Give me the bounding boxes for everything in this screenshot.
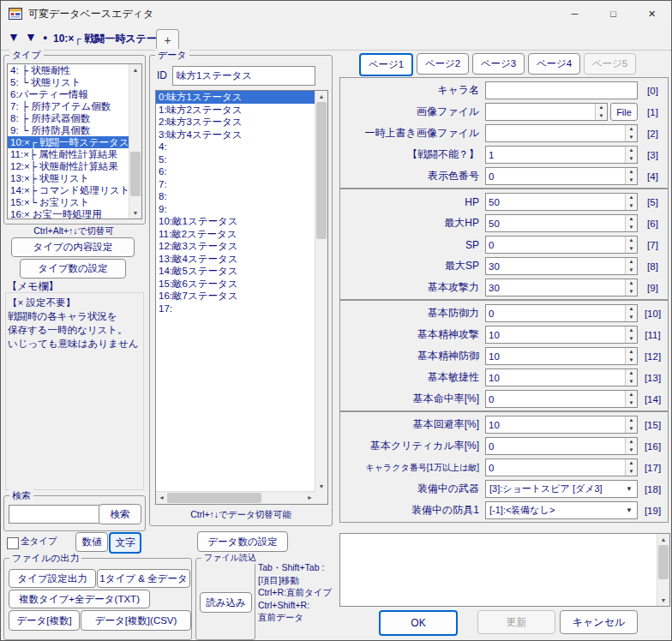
field-input[interactable]: 10▲▼ [485, 326, 638, 344]
spinner-up-icon[interactable]: ▲ [626, 237, 637, 245]
numeric-mode-button[interactable]: 数値 [75, 532, 108, 552]
spinner-down-icon[interactable]: ▼ [626, 155, 637, 164]
spinner[interactable]: ▲▼ [595, 104, 607, 120]
type-list-item[interactable]: 10:×┌ 戦闘一時ステータス [8, 136, 129, 148]
spinner-up-icon[interactable]: ▲ [626, 147, 637, 155]
active-tab-label[interactable]: 10:×┌ 戦闘一時ステー... [53, 32, 165, 46]
page-tab-3[interactable]: ページ3 [472, 53, 525, 75]
spinner[interactable]: ▲▼ [625, 305, 637, 321]
data-list-item[interactable]: 10:敵1ステータス [156, 215, 315, 228]
field-input[interactable]: ▲▼ [485, 124, 638, 142]
type-list-item[interactable]: 8: ├ 所持武器個数 [8, 112, 129, 124]
spinner-down-icon[interactable]: ▼ [626, 288, 637, 297]
scroll-down-arrow-icon[interactable]: ▼ [657, 595, 669, 606]
search-button[interactable]: 検索 [99, 504, 141, 524]
spinner-up-icon[interactable]: ▲ [596, 104, 607, 112]
data-count-button[interactable]: データ数の設定 [197, 531, 288, 552]
type-list-item[interactable]: 5: └ 状態リスト [8, 76, 129, 88]
type-list-item[interactable]: 16:× お宝一時処理用 [8, 208, 129, 219]
spinner-down-icon[interactable]: ▼ [626, 425, 637, 434]
data-list-item[interactable]: 6: [156, 165, 315, 178]
search-input[interactable] [9, 505, 103, 524]
data-list-item[interactable]: 15:敵6ステータス [156, 278, 315, 291]
field-input[interactable] [485, 81, 638, 99]
spinner[interactable]: ▲▼ [625, 215, 637, 231]
field-input[interactable]: 10▲▼ [485, 347, 638, 365]
spinner[interactable]: ▲▼ [625, 369, 637, 386]
spinner[interactable]: ▲▼ [625, 168, 637, 184]
spinner-up-icon[interactable]: ▲ [626, 369, 637, 378]
field-input[interactable]: 30▲▼ [485, 279, 638, 297]
all-type-checkbox[interactable] [7, 537, 19, 549]
type-list-item[interactable]: 9: └ 所持防具個数 [8, 124, 129, 136]
spinner-down-icon[interactable]: ▼ [626, 267, 637, 275]
spinner[interactable]: ▲▼ [625, 348, 637, 364]
field-combo[interactable]: [-1]:<装備なし>▼ [485, 501, 638, 519]
spinner-up-icon[interactable]: ▲ [626, 305, 637, 314]
field-input[interactable]: 0▲▼ [485, 437, 638, 455]
data-list-item[interactable]: 8: [156, 190, 315, 203]
data-multi-csv-button[interactable]: データ[複数](CSV) [81, 610, 191, 631]
data-list-vscrollbar[interactable]: ▲ ▼ [315, 91, 327, 492]
data-list-item[interactable]: 3:味方4ステータス [156, 129, 315, 141]
type-list-scrollbar[interactable]: ▲ ▼ [129, 64, 141, 219]
spinner-up-icon[interactable]: ▲ [626, 438, 637, 446]
spinner-up-icon[interactable]: ▲ [626, 215, 637, 224]
data-list-item[interactable]: 13:敵4ステータス [156, 253, 315, 266]
maximize-button-icon[interactable]: □ [594, 1, 633, 27]
data-list-hscrollbar[interactable]: ◄ ► [156, 491, 315, 504]
spinner[interactable]: ▲▼ [625, 237, 637, 253]
one-type-all-data-button[interactable]: 1タイプ & 全データ [97, 569, 190, 588]
spinner-down-icon[interactable]: ▼ [626, 378, 637, 386]
field-input[interactable]: 0▲▼ [485, 458, 638, 476]
minimize-button-icon[interactable]: ─ [555, 1, 594, 27]
scroll-thumb[interactable] [658, 545, 669, 579]
scroll-thumb[interactable] [167, 493, 261, 503]
ok-button[interactable]: OK [379, 610, 458, 636]
type-list-item[interactable]: 7: ├ 所持アイテム個数 [8, 100, 129, 112]
data-list-item[interactable]: 14:敵5ステータス [156, 265, 315, 278]
spinner[interactable]: ▲▼ [625, 326, 637, 343]
spinner-down-icon[interactable]: ▼ [626, 356, 637, 365]
type-list-item[interactable]: 4: ├ 状態耐性 [8, 64, 129, 76]
spinner[interactable]: ▲▼ [625, 147, 637, 163]
field-input[interactable]: 10▲▼ [485, 416, 638, 434]
spinner-down-icon[interactable]: ▼ [626, 468, 637, 476]
spinner-up-icon[interactable]: ▲ [626, 391, 637, 399]
field-input[interactable]: 0▲▼ [485, 236, 638, 254]
memo-area[interactable]: 【× 設定不要】戦闘時の各キャラ状況を保存する一時的なリスト。いじっても意味はあ… [5, 292, 144, 490]
type-list-item[interactable]: 13:×├ 状態リスト [8, 172, 129, 184]
spinner-down-icon[interactable]: ▼ [626, 202, 637, 211]
spinner[interactable]: ▲▼ [625, 416, 637, 433]
close-button-icon[interactable]: ✕ [633, 1, 671, 27]
spinner-up-icon[interactable]: ▲ [626, 326, 637, 335]
data-list-item[interactable]: 11:敵2ステータス [156, 228, 315, 241]
data-list-item[interactable]: 2:味方3ステータス [156, 116, 315, 129]
spinner-down-icon[interactable]: ▼ [626, 134, 637, 142]
page-tab-4[interactable]: ページ4 [528, 53, 580, 75]
data-list-item[interactable]: 5: [156, 153, 315, 166]
data-id-input[interactable]: 味方1ステータス [172, 66, 315, 86]
spinner-down-icon[interactable]: ▼ [626, 446, 637, 455]
type-list-item[interactable]: 12:×├ 状態耐性計算結果 [8, 160, 129, 172]
spinner[interactable]: ▲▼ [625, 125, 637, 141]
scroll-up-arrow-icon[interactable]: ▲ [315, 91, 327, 102]
scroll-up-arrow-icon[interactable]: ▲ [657, 534, 669, 545]
type-setting-output-button[interactable]: タイプ設定出力 [9, 569, 96, 588]
spinner[interactable]: ▲▼ [625, 438, 637, 454]
spinner-down-icon[interactable]: ▼ [626, 224, 637, 232]
nav-arrow-2[interactable]: ▼ [25, 30, 37, 44]
spinner-up-icon[interactable]: ▲ [626, 168, 637, 177]
spinner-down-icon[interactable]: ▼ [596, 112, 607, 121]
text-mode-button[interactable]: 文字 [109, 532, 141, 554]
type-count-button[interactable]: タイプ数の設定 [20, 259, 126, 279]
data-list-item[interactable]: 4: [156, 141, 315, 153]
field-combo[interactable]: [3]:ショートスピア [ダメ3]▼ [485, 480, 638, 498]
scroll-right-arrow-icon[interactable]: ► [304, 492, 315, 504]
type-list-item[interactable]: 14:×├ コマンド処理リスト [8, 184, 129, 196]
spinner[interactable]: ▲▼ [625, 459, 637, 476]
data-list-item[interactable]: 16:敵7ステータス [156, 290, 315, 303]
page-tab-1[interactable]: ページ1 [359, 53, 413, 76]
scroll-thumb[interactable] [316, 102, 327, 239]
data-list-item[interactable]: 17: [156, 303, 315, 315]
